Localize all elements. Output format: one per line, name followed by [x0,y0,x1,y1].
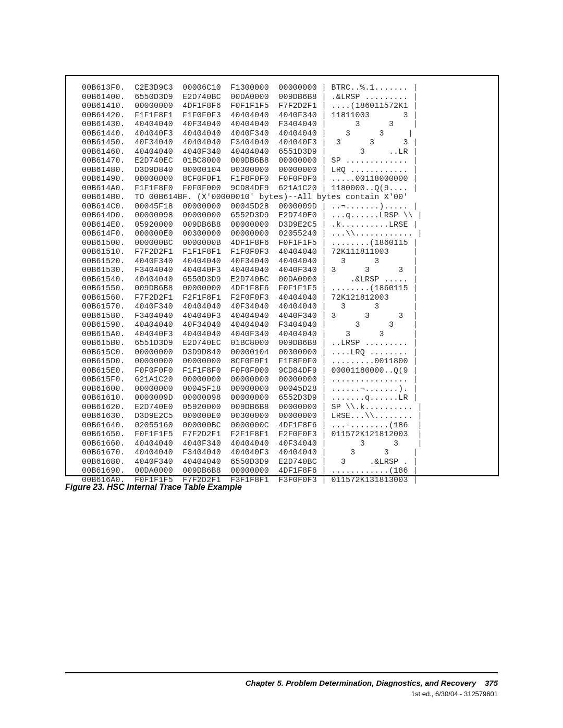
hex-dump-text: 00B613F0. C2E3D9C3 00006C10 F1300000 000… [82,83,487,485]
footer-edition: 1st ed., 6/30/04 - 312579601 [411,690,498,698]
footer-page: 375 [485,678,498,687]
footer-rule [65,672,498,673]
footer-chapter-line: Chapter 5. Problem Determination, Diagno… [246,678,498,687]
figure-caption: Figure 23. HSC Internal Trace Table Exam… [65,483,242,492]
hex-dump-box: 00B613F0. C2E3D9C3 00006C10 F1300000 000… [65,75,499,476]
footer-chapter: Chapter 5. Problem Determination, Diagno… [246,678,476,687]
